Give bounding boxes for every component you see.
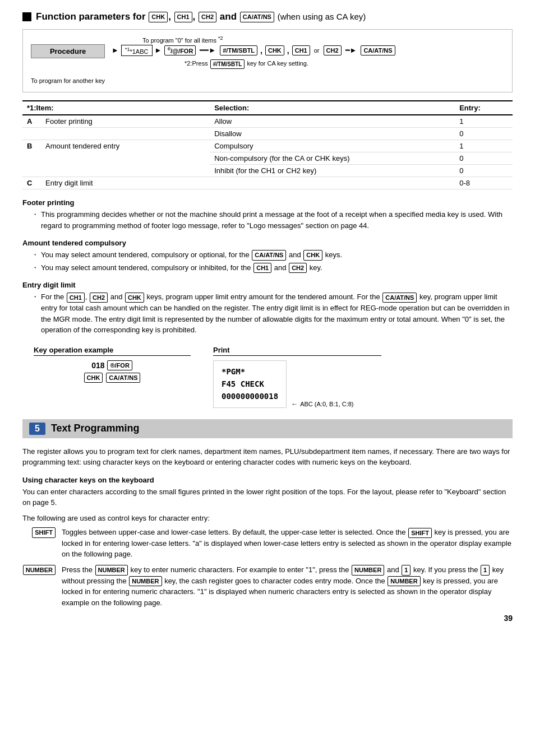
one-inline-badge2: 1 [481,565,490,575]
chk-op-badge: CHK [84,373,103,383]
table-row: Disallow 0 [22,128,513,140]
key-op-line1: 018 ®/FOR [91,360,133,370]
diagram-right: To program "0" for all items *2 ► *1*1AB… [112,35,504,69]
chk-ed-badge: CHK [125,293,144,303]
star2-sup: *2 [218,35,223,41]
comma-flow1: , [260,46,262,55]
caatns-key-badge: CA/AT/NS [240,12,274,22]
ch2-ed-badge: CH2 [90,293,108,303]
footnote-key-badge: #/TM/SBTL [210,59,245,69]
ch2-key-badge: CH2 [199,12,216,22]
row-b-sel1: Compulsory [210,140,455,152]
shift-badge-col: SHIFT [22,527,56,560]
receipt-note: ← ABC (A:0, B:1, C:8) [291,400,353,408]
receipt-note-arrow-icon: ← [291,400,298,408]
section-title: Function parameters for CHK, CH1, CH2 an… [22,11,513,22]
at-for-badge: ®/@/FOR [164,45,196,56]
using-char-keys-body2: The following are used as control keys f… [22,513,513,524]
shift-key-row: SHIFT Toggles between upper-case and low… [22,527,513,560]
table-row: B Amount tendered entry Compulsory 1 [22,140,513,152]
amount-tendered-heading: Amount tendered compulsory [22,239,513,247]
table-row: A Footer printing Allow 1 [22,115,513,128]
footer-printing-heading: Footer printing [22,198,513,207]
procedure-flow: Procedure To program for another key To … [31,35,504,84]
key-op-box: Key operation example 018 ®/FOR CHK CA/A… [34,346,191,383]
amount-tendered-section: Amount tendered compulsory ・ You may sel… [22,239,513,273]
footnote: *2:Press #/TM/SBTL key for CA key settin… [185,59,504,69]
number-key-row: NUMBER Press the NUMBER key to enter num… [22,564,513,608]
star1abc-box: *1*1ABC [121,45,153,57]
col-selection: Selection: [210,101,455,115]
number-inline-badge1: NUMBER [95,565,128,575]
caatns-ed-badge: CA/AT/NS [382,293,417,303]
to-program-zero-label: To program "0" for all items *2 [142,35,504,44]
number-inline-badge3: NUMBER [129,576,162,586]
row-c-sel [210,177,455,189]
number-badge-col: NUMBER [22,564,56,608]
footer-printing-bullet: ・ This programming decides whether or no… [31,209,513,231]
or-text: or [314,47,320,54]
receipt-line2: F45 CHECK [222,378,278,390]
row-a-sel2: Disallow [210,128,455,140]
shift-text: Toggles between upper-case and lower-cas… [62,527,513,560]
number-inline-badge2: NUMBER [352,565,384,575]
section5-banner: 5 Text Programming [22,419,513,438]
col-item: *1:Item: [22,101,210,115]
amount-bullet-1: ・ You may select amount tendered, compul… [31,249,513,261]
print-box: Print *PGM* F45 CHECK 000000000018 ← ABC… [213,346,381,408]
row-a-sel1: Allow [210,115,455,128]
to-program-another: To program for another key [31,77,105,84]
comma2: , [193,11,196,22]
row-b-entry1: 1 [455,140,513,152]
receipt-line1: *PGM* [222,365,278,378]
param-table: *1:Item: Selection: Entry: A Footer prin… [22,100,513,189]
col-entry: Entry: [455,101,513,115]
row-a-entry1: 1 [455,115,513,128]
row-c-key: C Entry digit limit [22,177,210,189]
example-print-row: Key operation example 018 ®/FOR CHK CA/A… [34,346,513,408]
arrow3: ━━► [200,46,216,54]
one-inline-badge: 1 [402,565,411,575]
row-b-key: B Amount tendered entry [22,140,210,177]
row-b-sel3: Inhibit (for the CH1 or CH2 key) [210,165,455,177]
chk-flow-badge: CHK [265,45,284,55]
procedure-left: Procedure To program for another key [31,35,105,84]
key-op-line2: CHK CA/AT/NS [84,373,141,383]
arrow2: ► [155,46,162,54]
row-b-sel2: Non-compulsory (for the CA or CHK keys) [210,152,455,165]
row-a-entry2: 0 [455,128,513,140]
row-a-key: A Footer printing [22,115,210,128]
control-keys-list: SHIFT Toggles between upper-case and low… [22,527,513,608]
black-square-icon [22,12,31,21]
chk-inline-badge: CHK [303,250,322,260]
using-char-keys-body1: You can enter characters according to th… [22,486,513,508]
row-b-entry2: 0 [455,152,513,165]
section5-number: 5 [29,423,45,435]
ch1-inline-badge: CH1 [253,263,271,273]
number-inline-badge4: NUMBER [388,576,420,586]
ch1-flow-badge: CH1 [292,45,310,55]
number-text: Press the NUMBER key to enter numeric ch… [62,564,513,608]
flow-row: ► *1*1ABC ► ®/@/FOR ━━► #/TM/SBTL , CHK … [112,45,504,57]
receipt-line3: 000000000018 [222,390,278,402]
at-for-op-badge: ®/FOR [107,360,132,370]
arrow-in: ► [112,46,119,54]
entry-digit-section: Entry digit limit ・ For the CH1, CH2 and… [22,281,513,335]
comma-flow2: , [287,46,289,55]
page-number: 39 [22,614,513,623]
entry-digit-heading: Entry digit limit [22,281,513,289]
using-char-keys-heading: Using character keys on the keyboard [22,476,513,484]
hash-tm-sbtl-badge: #/TM/SBTL [220,45,257,55]
ch2-inline-badge: CH2 [289,263,307,273]
caatns-inline-badge: CA/AT/NS [252,250,286,260]
key-op-title: Key operation example [34,346,191,356]
ch2-flow-badge: CH2 [324,45,342,55]
key-op-content: 018 ®/FOR CHK CA/AT/NS [34,360,191,383]
table-row: C Entry digit limit 0-8 [22,177,513,189]
subtitle-text: (when using as CA key) [278,12,366,21]
number-key-badge: NUMBER [23,565,56,575]
row-c-entry: 0-8 [455,177,513,189]
amount-bullet-2: ・ You may select amount tendered, compul… [31,262,513,273]
and-text: and [220,11,239,22]
print-receipt: *PGM* F45 CHECK 000000000018 [213,360,287,408]
